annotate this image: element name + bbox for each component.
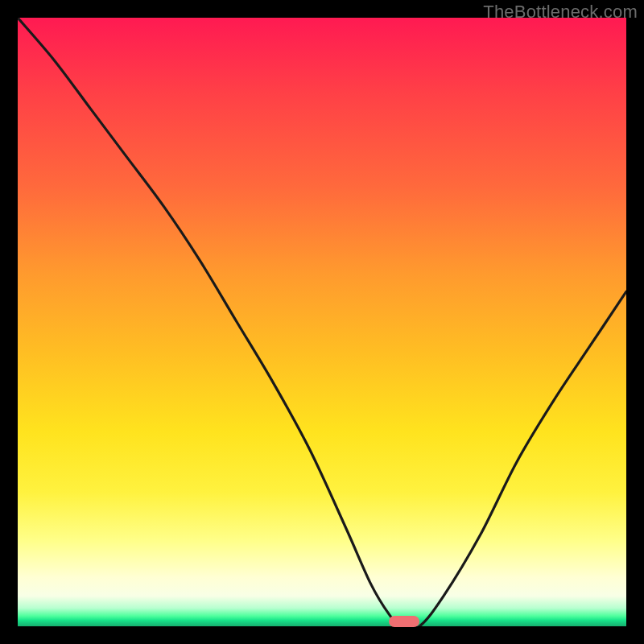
curve-path — [18, 18, 626, 626]
plot-area — [18, 18, 626, 626]
chart-frame: TheBottleneck.com — [0, 0, 644, 644]
bottleneck-curve — [18, 18, 626, 626]
optimum-marker — [389, 616, 419, 627]
watermark-text: TheBottleneck.com — [483, 2, 638, 23]
